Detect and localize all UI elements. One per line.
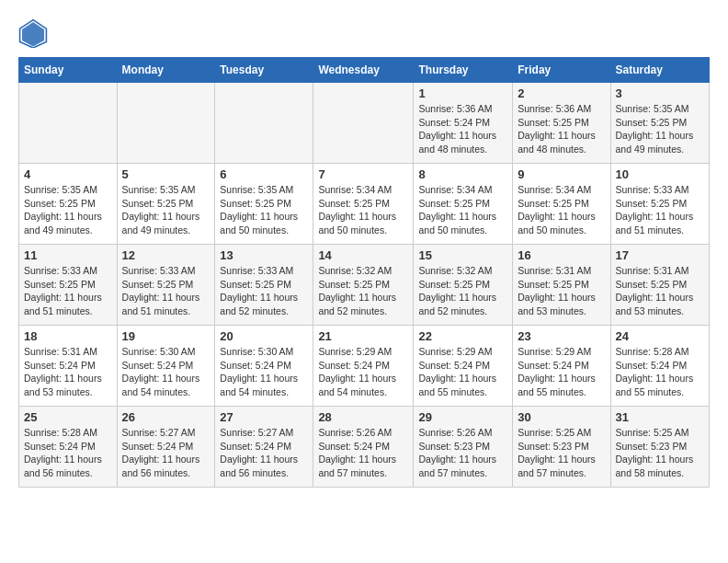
day-info: Sunrise: 5:34 AM Sunset: 5:25 PM Dayligh… xyxy=(318,183,408,237)
day-number: 12 xyxy=(122,248,210,262)
calendar-cell xyxy=(19,83,118,164)
calendar-cell: 3Sunrise: 5:35 AM Sunset: 5:25 PM Daylig… xyxy=(610,83,710,164)
day-info: Sunrise: 5:27 AM Sunset: 5:24 PM Dayligh… xyxy=(220,426,308,480)
calendar-cell xyxy=(313,83,414,164)
calendar-cell: 28Sunrise: 5:26 AM Sunset: 5:24 PM Dayli… xyxy=(313,407,414,488)
col-header-thursday: Thursday xyxy=(414,58,513,83)
day-number: 25 xyxy=(24,410,112,424)
day-info: Sunrise: 5:29 AM Sunset: 5:24 PM Dayligh… xyxy=(418,345,507,399)
day-info: Sunrise: 5:36 AM Sunset: 5:24 PM Dayligh… xyxy=(418,102,507,156)
col-header-tuesday: Tuesday xyxy=(215,58,313,83)
day-info: Sunrise: 5:26 AM Sunset: 5:24 PM Dayligh… xyxy=(318,426,408,480)
day-info: Sunrise: 5:31 AM Sunset: 5:25 PM Dayligh… xyxy=(518,264,605,318)
calendar-cell: 17Sunrise: 5:31 AM Sunset: 5:25 PM Dayli… xyxy=(610,245,710,326)
col-header-saturday: Saturday xyxy=(610,58,710,83)
day-info: Sunrise: 5:30 AM Sunset: 5:24 PM Dayligh… xyxy=(122,345,210,399)
week-row-4: 18Sunrise: 5:31 AM Sunset: 5:24 PM Dayli… xyxy=(19,326,710,407)
day-info: Sunrise: 5:33 AM Sunset: 5:25 PM Dayligh… xyxy=(24,264,112,318)
day-info: Sunrise: 5:29 AM Sunset: 5:24 PM Dayligh… xyxy=(318,345,408,399)
day-number: 27 xyxy=(220,410,308,424)
day-number: 28 xyxy=(318,410,408,424)
page-header xyxy=(18,18,710,48)
day-info: Sunrise: 5:32 AM Sunset: 5:25 PM Dayligh… xyxy=(418,264,507,318)
week-row-2: 4Sunrise: 5:35 AM Sunset: 5:25 PM Daylig… xyxy=(19,164,710,245)
week-row-1: 1Sunrise: 5:36 AM Sunset: 5:24 PM Daylig… xyxy=(19,83,710,164)
day-info: Sunrise: 5:28 AM Sunset: 5:24 PM Dayligh… xyxy=(616,345,705,399)
logo xyxy=(18,18,53,48)
calendar-cell: 13Sunrise: 5:33 AM Sunset: 5:25 PM Dayli… xyxy=(215,245,313,326)
day-number: 26 xyxy=(122,410,210,424)
calendar-cell: 25Sunrise: 5:28 AM Sunset: 5:24 PM Dayli… xyxy=(19,407,118,488)
day-number: 30 xyxy=(518,410,605,424)
day-number: 5 xyxy=(122,167,210,181)
day-number: 24 xyxy=(616,329,705,343)
day-info: Sunrise: 5:35 AM Sunset: 5:25 PM Dayligh… xyxy=(24,183,112,237)
day-info: Sunrise: 5:31 AM Sunset: 5:25 PM Dayligh… xyxy=(616,264,705,318)
day-info: Sunrise: 5:34 AM Sunset: 5:25 PM Dayligh… xyxy=(518,183,605,237)
calendar-table: SundayMondayTuesdayWednesdayThursdayFrid… xyxy=(18,57,710,488)
day-number: 1 xyxy=(418,86,507,100)
calendar-header-row: SundayMondayTuesdayWednesdayThursdayFrid… xyxy=(19,58,710,83)
calendar-cell xyxy=(215,83,313,164)
day-info: Sunrise: 5:33 AM Sunset: 5:25 PM Dayligh… xyxy=(220,264,308,318)
day-info: Sunrise: 5:25 AM Sunset: 5:23 PM Dayligh… xyxy=(616,426,705,480)
calendar-cell: 31Sunrise: 5:25 AM Sunset: 5:23 PM Dayli… xyxy=(610,407,710,488)
day-info: Sunrise: 5:28 AM Sunset: 5:24 PM Dayligh… xyxy=(24,426,112,480)
day-number: 17 xyxy=(616,248,705,262)
day-number: 22 xyxy=(418,329,507,343)
day-number: 13 xyxy=(220,248,308,262)
day-number: 16 xyxy=(518,248,605,262)
calendar-cell: 18Sunrise: 5:31 AM Sunset: 5:24 PM Dayli… xyxy=(19,326,118,407)
calendar-cell: 5Sunrise: 5:35 AM Sunset: 5:25 PM Daylig… xyxy=(117,164,215,245)
day-number: 29 xyxy=(418,410,507,424)
day-info: Sunrise: 5:32 AM Sunset: 5:25 PM Dayligh… xyxy=(318,264,408,318)
calendar-cell: 6Sunrise: 5:35 AM Sunset: 5:25 PM Daylig… xyxy=(215,164,313,245)
col-header-sunday: Sunday xyxy=(19,58,118,83)
day-number: 31 xyxy=(616,410,705,424)
day-info: Sunrise: 5:34 AM Sunset: 5:25 PM Dayligh… xyxy=(418,183,507,237)
calendar-cell: 21Sunrise: 5:29 AM Sunset: 5:24 PM Dayli… xyxy=(313,326,414,407)
day-info: Sunrise: 5:35 AM Sunset: 5:25 PM Dayligh… xyxy=(220,183,308,237)
calendar-cell: 24Sunrise: 5:28 AM Sunset: 5:24 PM Dayli… xyxy=(610,326,710,407)
day-info: Sunrise: 5:35 AM Sunset: 5:25 PM Dayligh… xyxy=(616,102,705,156)
calendar-cell: 29Sunrise: 5:26 AM Sunset: 5:23 PM Dayli… xyxy=(414,407,513,488)
calendar-cell: 11Sunrise: 5:33 AM Sunset: 5:25 PM Dayli… xyxy=(19,245,118,326)
day-number: 3 xyxy=(616,86,705,100)
day-info: Sunrise: 5:35 AM Sunset: 5:25 PM Dayligh… xyxy=(122,183,210,237)
day-info: Sunrise: 5:33 AM Sunset: 5:25 PM Dayligh… xyxy=(616,183,705,237)
calendar-cell: 23Sunrise: 5:29 AM Sunset: 5:24 PM Dayli… xyxy=(513,326,610,407)
calendar-cell: 12Sunrise: 5:33 AM Sunset: 5:25 PM Dayli… xyxy=(117,245,215,326)
week-row-3: 11Sunrise: 5:33 AM Sunset: 5:25 PM Dayli… xyxy=(19,245,710,326)
day-number: 23 xyxy=(518,329,605,343)
day-number: 21 xyxy=(318,329,408,343)
logo-icon xyxy=(18,18,48,48)
calendar-cell: 15Sunrise: 5:32 AM Sunset: 5:25 PM Dayli… xyxy=(414,245,513,326)
day-info: Sunrise: 5:25 AM Sunset: 5:23 PM Dayligh… xyxy=(518,426,605,480)
day-info: Sunrise: 5:27 AM Sunset: 5:24 PM Dayligh… xyxy=(122,426,210,480)
day-number: 19 xyxy=(122,329,210,343)
day-info: Sunrise: 5:26 AM Sunset: 5:23 PM Dayligh… xyxy=(418,426,507,480)
day-number: 7 xyxy=(318,167,408,181)
day-info: Sunrise: 5:36 AM Sunset: 5:25 PM Dayligh… xyxy=(518,102,605,156)
calendar-cell: 4Sunrise: 5:35 AM Sunset: 5:25 PM Daylig… xyxy=(19,164,118,245)
day-number: 8 xyxy=(418,167,507,181)
calendar-cell: 14Sunrise: 5:32 AM Sunset: 5:25 PM Dayli… xyxy=(313,245,414,326)
calendar-cell xyxy=(117,83,215,164)
calendar-cell: 8Sunrise: 5:34 AM Sunset: 5:25 PM Daylig… xyxy=(414,164,513,245)
col-header-wednesday: Wednesday xyxy=(313,58,414,83)
calendar-cell: 7Sunrise: 5:34 AM Sunset: 5:25 PM Daylig… xyxy=(313,164,414,245)
day-number: 10 xyxy=(616,167,705,181)
day-info: Sunrise: 5:33 AM Sunset: 5:25 PM Dayligh… xyxy=(122,264,210,318)
calendar-cell: 20Sunrise: 5:30 AM Sunset: 5:24 PM Dayli… xyxy=(215,326,313,407)
calendar-cell: 1Sunrise: 5:36 AM Sunset: 5:24 PM Daylig… xyxy=(414,83,513,164)
calendar-cell: 30Sunrise: 5:25 AM Sunset: 5:23 PM Dayli… xyxy=(513,407,610,488)
day-info: Sunrise: 5:31 AM Sunset: 5:24 PM Dayligh… xyxy=(24,345,112,399)
day-number: 18 xyxy=(24,329,112,343)
day-number: 15 xyxy=(418,248,507,262)
calendar-cell: 9Sunrise: 5:34 AM Sunset: 5:25 PM Daylig… xyxy=(513,164,610,245)
col-header-friday: Friday xyxy=(513,58,610,83)
day-info: Sunrise: 5:29 AM Sunset: 5:24 PM Dayligh… xyxy=(518,345,605,399)
calendar-cell: 16Sunrise: 5:31 AM Sunset: 5:25 PM Dayli… xyxy=(513,245,610,326)
day-number: 2 xyxy=(518,86,605,100)
week-row-5: 25Sunrise: 5:28 AM Sunset: 5:24 PM Dayli… xyxy=(19,407,710,488)
